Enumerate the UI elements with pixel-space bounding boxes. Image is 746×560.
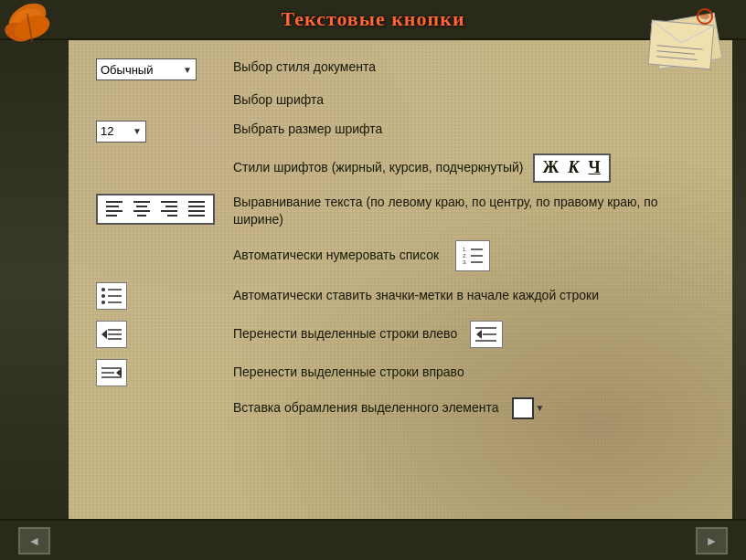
size-value: 12 [101,124,113,138]
align-center-button[interactable] [129,197,155,221]
font-row: Выбор шрифта [96,91,705,110]
svg-point-24 [101,294,105,298]
content-area: Обычный ▼ Выбор стиля документа Выбор шр… [69,40,732,519]
bold-button[interactable]: Ж [540,156,562,179]
numbered-desc: Автоматически нумеровать список 1. 2. 3. [233,240,705,271]
page-title: Текстовые кнопки [281,7,464,30]
format-desc: Стили шрифтов (жирный, курсив, подчеркну… [233,153,705,183]
size-dropdown[interactable]: 12 ▼ [96,121,146,143]
indent-left-widget-area [96,321,215,348]
main-area: Обычный ▼ Выбор стиля документа Выбор шр… [0,40,746,519]
border-row: Вставка обрамления выделенного элемента … [96,397,705,419]
title-bar: Текстовые кнопки [0,0,746,40]
next-button[interactable]: ► [696,527,728,555]
svg-marker-32 [476,330,482,339]
svg-point-15 [700,14,709,19]
indent-right-widget-area [96,359,215,386]
svg-marker-28 [101,330,107,339]
bullet-desc: Автоматически ставить значки-метки в нач… [233,287,705,305]
border-box-icon [512,397,534,419]
indent-right-icon[interactable] [96,359,127,386]
align-buttons-group [96,194,215,225]
indent-left-icon[interactable] [96,321,127,348]
content-body: Обычный ▼ Выбор стиля документа Выбор шр… [69,40,732,449]
indent-right-row: Перенести выделенные строки вправо [96,359,705,386]
numbered-list-icon[interactable]: 1. 2. 3. [455,240,490,271]
indent-left-desc: Перенести выделенные строки влево [233,321,705,348]
numbered-row: Автоматически нумеровать список 1. 2. 3. [96,240,705,271]
right-sidebar [732,40,746,519]
align-desc: Выравнивание текста (по левому краю, по … [233,194,705,229]
italic-button[interactable]: К [565,156,581,179]
align-right-button[interactable] [156,197,182,221]
bullet-list-icon-left[interactable] [96,282,127,310]
size-dropdown-arrow: ▼ [133,126,142,136]
bullet-widget-area [96,282,215,310]
style-dropdown[interactable]: Обычный ▼ [96,58,197,80]
align-left-button[interactable] [101,197,127,221]
indent-left-right-icon[interactable] [470,321,503,348]
border-insert-widget[interactable]: ▼ [512,397,545,419]
prev-button[interactable]: ◄ [18,527,50,555]
size-row: 12 ▼ Выбрать размер шрифта [96,121,705,143]
leaf-decoration [0,0,64,59]
style-dropdown-arrow: ▼ [183,65,192,75]
style-row: Обычный ▼ Выбор стиля документа [96,58,705,80]
format-buttons-group: Ж К Ч [533,153,611,183]
indent-right-desc: Перенести выделенные строки вправо [233,364,705,382]
indent-left-row: Перенести выделенные строки влево [96,321,705,348]
bottom-nav: ◄ ► [0,519,746,560]
bullet-row: Автоматически ставить значки-метки в нач… [96,282,705,310]
left-sidebar [0,40,69,519]
svg-point-22 [101,288,105,291]
border-desc: Вставка обрамления выделенного элемента … [233,397,705,419]
svg-text:1.: 1. [463,247,467,252]
align-row: Выравнивание текста (по левому краю, по … [96,194,705,229]
svg-point-26 [101,301,105,304]
border-dropdown-arrow[interactable]: ▼ [536,402,545,415]
size-widget-area: 12 ▼ [96,121,215,143]
main-window: Текстовые кнопки [0,0,746,560]
svg-text:2.: 2. [463,253,467,259]
font-desc: Выбор шрифта [233,91,705,110]
style-widget-area: Обычный ▼ [96,58,215,80]
underline-button[interactable]: Ч [586,156,603,179]
align-widget-area [96,194,215,225]
envelope-decoration [627,0,737,82]
size-desc: Выбрать размер шрифта [233,121,705,139]
svg-marker-39 [116,368,122,377]
svg-rect-8 [648,20,714,69]
style-value: Обычный [101,63,153,77]
align-justify-button[interactable] [184,197,209,221]
format-row: Стили шрифтов (жирный, курсив, подчеркну… [96,153,705,183]
svg-text:3.: 3. [463,259,467,265]
